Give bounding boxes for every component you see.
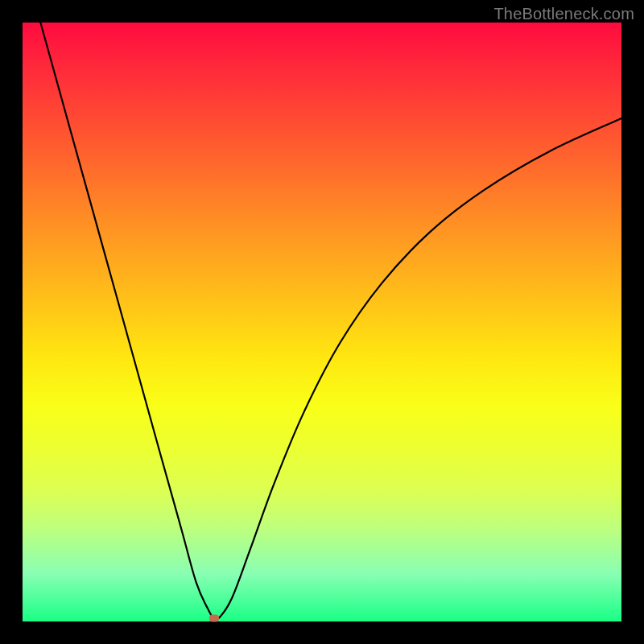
curve-path — [40, 23, 621, 620]
plot-area — [23, 23, 621, 621]
curve-svg — [23, 23, 621, 621]
watermark-text: TheBottleneck.com — [493, 5, 634, 23]
chart-container: TheBottleneck.com — [0, 0, 644, 644]
minimum-marker — [209, 615, 219, 622]
